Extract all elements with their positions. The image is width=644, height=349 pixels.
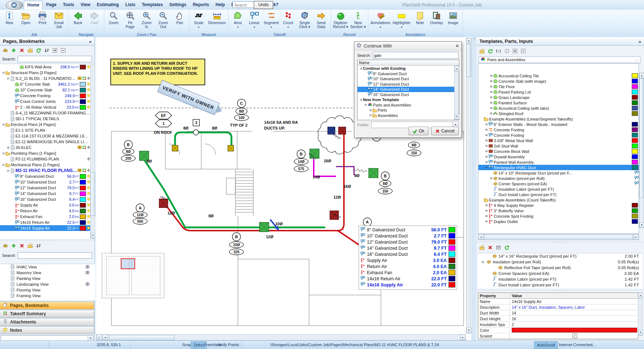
back-button[interactable]: Back [70,10,86,25]
menu-tab-help[interactable]: Help [212,1,228,9]
legend-row[interactable]: 14x16 Return Air22.0 FT [360,276,455,282]
tree-item[interactable]: E2-11 WAREHOUSE PLAN SINGLE LINE DIAGR..… [0,139,91,145]
collapse-icon[interactable]: ⊟ [1,152,5,155]
area-button[interactable]: Area▼ [230,10,246,29]
tree-item[interactable]: 12" Galvanized Duct [358,82,454,87]
tree-item[interactable]: ⊟ Parts and Assemblies [358,103,454,108]
collapse-icon[interactable]: ⊟ [1,163,5,167]
color-swatch[interactable] [632,133,638,137]
pan-corner-icon[interactable]: ↙ [97,335,102,340]
refresh-icon[interactable] [487,48,493,54]
menu-tab-reports[interactable]: Reports [189,1,212,9]
scroll-down-icon[interactable]: ▼ [638,330,643,335]
tree-item[interactable]: 8" Galvanized Duct [358,71,454,77]
color-swatch[interactable] [80,65,86,69]
tree-item[interactable]: ⊞ Accoustical Ceiling Tile [478,73,639,78]
single-click--button[interactable]: Single Click ▾ [296,10,313,29]
tree-item[interactable]: 8" Galvanized Duct56.0FT [0,173,91,179]
viewport-indicator[interactable] [121,258,135,269]
view-item[interactable]: HVAC View [0,264,95,270]
send-data-button[interactable]: Send Data [313,10,330,29]
digitizer-record--button[interactable]: Digitizer Record ▾ [332,10,349,29]
legend-row[interactable]: 10" Galvanized Duct2.7 FT [360,233,455,239]
expand-icon[interactable] [52,47,58,53]
refresh-icon[interactable] [35,47,41,53]
splitter-handle[interactable]: .......... [477,241,644,243]
grid-row-color[interactable]: Color [478,327,638,333]
tree-item[interactable]: ⊞ Concrete Block Wall [478,149,639,154]
scale-button[interactable]: Scale▼ [190,10,207,29]
tree-item[interactable]: 10" Concrete Slab82.1SQ FT [0,87,91,93]
color-swatch[interactable] [80,180,86,185]
tree-item[interactable]: 16" Galvanized Duct6.4FT [0,196,91,202]
dimension-button[interactable]: Dimension [207,10,227,25]
linear-button[interactable]: Linear▼ [246,10,263,29]
takeoff-indicator-icon[interactable] [82,168,87,173]
collapse-icon[interactable]: ⊟ [364,103,368,106]
tree-item[interactable]: ⊟ Electrical Plans [4 Pages] [0,122,91,127]
image-button[interactable]: Image [445,10,461,25]
collapse-panel-icon[interactable]: « [89,39,92,44]
expand-icon[interactable]: ⊞ [484,209,488,212]
copy-icon[interactable] [503,48,510,54]
scrollbar-thumb[interactable] [466,44,471,77]
expand-icon[interactable]: ⊞ [484,204,488,207]
expand-icon[interactable]: ⊞ [489,80,493,83]
color-swatch[interactable] [632,106,638,110]
collapse-icon[interactable]: ⊟ [6,169,10,172]
note-button[interactable]: Note [412,10,428,25]
tree-item[interactable]: ⊞ 4 Way Supply Register [478,203,639,208]
tree-item[interactable]: ⊟ Structural Plans [3 Pages] [0,70,91,76]
cancel-button[interactable]: Cancel [431,127,459,135]
tree-item[interactable]: ⊟ M2-11 HVAC FLOOR PLANS ...H [0,168,91,173]
tree-item[interactable]: Example Assemblies (Count Takeoffs) [478,197,639,203]
ok-button[interactable]: Ok [409,127,428,135]
color-swatch[interactable] [632,79,638,83]
expand-icon[interactable]: ⊞ [489,106,493,110]
refresh-icon[interactable] [503,245,510,250]
tree-item[interactable]: 12" Galvanized Duct79.0FT [0,185,91,191]
color-swatch[interactable] [80,186,86,190]
canvas-hscrollbar[interactable]: ↙ ◂ ▸ [96,334,466,340]
tree-item[interactable]: Example Assemblies (Linear/Segment Takeo… [478,116,639,122]
collapse-icon[interactable]: ⊟ [484,166,488,169]
open-button[interactable]: Open [18,10,34,25]
tree-item[interactable]: ⊞ Parts [358,108,454,113]
color-swatch[interactable] [632,73,638,78]
zoom-button[interactable]: Zoom [105,10,122,25]
view-item[interactable]: Framing View [0,293,95,299]
legend-row[interactable]: 8" Galvanized Duct56.0 FT [360,227,455,233]
part-row[interactable]: Corner Spacers (priced EA)3.00 EA [478,271,643,276]
grid-row-insulation-spa[interactable]: Insulation Spa 2 [478,322,638,327]
scrollbar-thumb[interactable] [109,335,174,340]
tree-item[interactable]: Duct Install Labor (priced per FT) [478,192,639,197]
legend-row[interactable]: Supply Air3.0 EA [360,257,455,263]
color-swatch[interactable] [80,88,86,92]
color-swatch[interactable] [80,105,86,110]
camera-icon[interactable] [85,282,90,287]
views-list[interactable]: HVAC View Masonry View Painting View Lan… [0,264,95,300]
part-row[interactable]: 14" x 16" Rectangular Duct (priced per F… [478,253,643,259]
page-thumbnail-panel[interactable] [102,253,164,298]
templates-combo[interactable]: Parts and Assemblies ⌄ [479,56,640,63]
zoom-in-button[interactable]: Zoom In [138,10,155,29]
legend-row[interactable]: 16" Galvanized Duct6.4 FT [360,251,455,257]
tree-item[interactable]: ⊞ Tile Floor [478,84,639,89]
chevron-down-icon[interactable]: ⌄ [635,58,638,62]
menu-tab-lists[interactable]: Lists [122,1,139,9]
thumbnail-page[interactable] [132,256,160,295]
tree-item[interactable]: Corner Spacers (priced EA) [478,181,639,186]
splitter-handle[interactable]: .......... [477,289,644,291]
color-swatch[interactable] [632,127,638,132]
count-button[interactable]: Count▼ [280,10,296,29]
tree-item[interactable]: ⊟ Mechanical Plans [1 Pages] [0,162,91,168]
tree-item[interactable]: EIFS Wall Area338.0SQ FT [0,64,91,70]
expand-icon[interactable]: ⊞ [489,96,493,99]
scroll-down-icon[interactable]: ▼ [91,233,95,238]
expand-icon[interactable] [512,48,518,54]
part-row[interactable]: Duct Install Labor (priced per FT)1.42 F… [478,282,643,288]
expander[interactable]: ⊟ [482,260,485,264]
tree-item[interactable]: 14" Galvanized Duct9.7FT [0,191,91,196]
color-swatch[interactable] [632,219,638,224]
camera-icon[interactable] [85,264,90,270]
